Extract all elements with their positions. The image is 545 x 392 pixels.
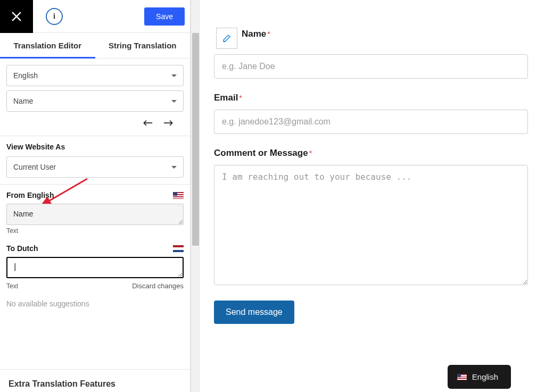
language-switcher-label: English [472,372,498,381]
name-label: Name [242,29,266,39]
tab-translation-editor[interactable]: Translation Editor [0,33,95,58]
string-select[interactable]: Name [6,90,184,112]
required-mark: * [239,94,242,102]
flag-nl-icon [173,245,184,252]
name-input[interactable] [214,54,528,79]
tab-string-translation[interactable]: String Translation [95,33,191,58]
chevron-down-icon [171,166,177,169]
message-label: Comment or Message [214,148,308,158]
view-as-value: Current User [13,163,56,171]
sidebar-scrollbar[interactable] [191,0,200,392]
to-language-label: To Dutch [6,244,38,253]
view-as-select[interactable]: Current User [6,156,184,178]
email-input[interactable] [214,110,528,134]
translation-hint: Text [6,282,18,290]
page-preview: Name* Email* Comment or Message* Send me… [200,0,545,392]
from-language-label: From English [6,191,54,199]
chevron-down-icon [171,74,177,77]
send-message-button[interactable]: Send message [214,301,294,324]
source-text-field: Name [6,204,184,225]
info-button[interactable]: i [46,8,63,25]
flag-us-icon [457,374,467,380]
extra-features-heading: Extra Translation Features [0,370,190,392]
info-icon: i [53,12,55,21]
suggestions-empty: No available suggestions [6,299,184,308]
sidebar-topbar: i Save [0,0,190,33]
prev-string-button[interactable] [142,119,153,129]
language-select[interactable]: English [6,65,184,86]
flag-us-icon [173,192,184,199]
translate-section: From English Name Text To Dutch | Text D… [0,185,190,314]
source-text-value: Name [13,210,33,218]
selector-section: English Name [0,59,190,136]
source-hint: Text [6,227,184,235]
required-mark: * [267,30,270,38]
language-select-value: English [13,71,38,80]
language-switcher[interactable]: English [448,365,511,389]
arrow-forward-icon [163,119,174,128]
view-as-label: View Website As [6,143,184,151]
chevron-down-icon [171,100,177,103]
translation-input[interactable]: | [6,257,184,278]
email-label: Email [214,93,238,103]
view-as-section: View Website As Current User [0,136,190,185]
arrow-back-icon [142,119,153,128]
string-select-value: Name [13,97,33,105]
next-string-button[interactable] [163,119,174,129]
close-button[interactable] [0,0,33,33]
sidebar-tabs: Translation Editor String Translation [0,33,190,59]
scrollbar-thumb[interactable] [192,33,199,246]
close-icon [11,11,22,22]
required-mark: * [309,149,312,157]
discard-changes-button[interactable]: Discard changes [132,282,184,290]
pencil-icon [222,34,232,43]
save-button[interactable]: Save [144,7,185,26]
message-input[interactable] [214,165,528,285]
edit-field-button[interactable] [216,28,237,49]
translation-sidebar: i Save Translation Editor String Transla… [0,0,191,392]
